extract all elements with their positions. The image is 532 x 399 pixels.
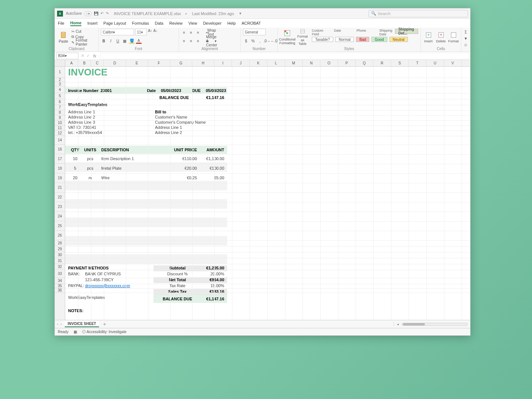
format-painter-button[interactable]: ✎Format Painter xyxy=(71,40,96,45)
sheet-next-icon[interactable]: › xyxy=(60,322,61,326)
row-header-5[interactable]: 5 xyxy=(55,93,65,99)
col-header-R[interactable]: R xyxy=(373,60,391,66)
align-bottom-icon[interactable]: ≡ xyxy=(195,29,201,35)
clear-icon[interactable]: ◇ xyxy=(464,43,467,47)
row-header-4[interactable]: 4 xyxy=(55,86,65,93)
row-header-19[interactable]: 19 xyxy=(55,173,65,183)
row-header-8[interactable]: 8 xyxy=(55,110,65,115)
tab-view[interactable]: View xyxy=(189,21,197,25)
add-sheet-button[interactable]: ＋ xyxy=(102,321,107,328)
col-header-T[interactable]: T xyxy=(409,60,426,66)
comma-icon[interactable]: , xyxy=(257,38,263,44)
tab-review[interactable]: Review xyxy=(169,21,183,25)
spreadsheet-grid[interactable]: 1234567891011121416171819212223242526282… xyxy=(55,67,470,320)
cut-button[interactable]: ✂Cut xyxy=(71,29,96,34)
col-header-J[interactable]: J xyxy=(232,60,250,66)
row-header-25[interactable]: 25 xyxy=(55,221,65,231)
sheet-tab-invoice[interactable]: INVOICE SHEET xyxy=(65,321,99,327)
insert-cells-button[interactable]: + Insert xyxy=(423,29,434,46)
row-header-9[interactable]: 9 xyxy=(55,115,65,120)
currency-icon[interactable]: $ xyxy=(243,38,249,44)
style-taxable[interactable]: Taxable? xyxy=(312,37,333,42)
row-header-3[interactable]: 3 xyxy=(55,82,65,86)
col-header-C[interactable]: C xyxy=(91,60,104,66)
align-left-icon[interactable]: ≡ xyxy=(181,38,187,44)
row-header-31[interactable]: 31 xyxy=(55,258,65,264)
tab-insert[interactable]: Insert xyxy=(87,21,98,25)
col-header-K[interactable]: K xyxy=(250,60,267,66)
redo-icon[interactable]: ↷ xyxy=(106,11,109,15)
bold-button[interactable]: B xyxy=(101,38,107,44)
style-shipping-det[interactable]: Shipping Det... xyxy=(395,29,418,34)
increase-font-icon[interactable]: A↑ xyxy=(148,29,152,35)
col-header-S[interactable]: S xyxy=(391,60,409,66)
style-normal[interactable]: Normal xyxy=(335,37,354,42)
font-color-button[interactable]: A xyxy=(136,38,142,44)
row-header-11[interactable]: 11 xyxy=(55,126,65,131)
border-button[interactable]: ▦ xyxy=(122,38,128,44)
col-header-I[interactable]: I xyxy=(214,60,232,66)
font-name-select[interactable]: Calibri ▾ xyxy=(101,29,134,35)
row-header-1[interactable]: 1 xyxy=(55,67,65,78)
horizontal-scrollbar[interactable] xyxy=(402,323,468,326)
autosum-icon[interactable]: Σ xyxy=(465,30,467,34)
tab-data[interactable]: Data xyxy=(155,21,163,25)
row-header-33[interactable]: 33 xyxy=(55,270,65,278)
accessibility-status[interactable]: ⓘ Accessibility: Investigate xyxy=(82,329,127,335)
conditional-formatting-button[interactable]: Conditional Formatting xyxy=(280,29,295,46)
fx-icon[interactable]: fx xyxy=(93,54,96,58)
row-header-7[interactable]: 7 xyxy=(55,105,65,110)
col-header-U[interactable]: U xyxy=(426,60,444,66)
row-header-36[interactable]: 36 xyxy=(55,288,65,293)
tab-developer[interactable]: Developer xyxy=(203,21,221,25)
row-header-14[interactable]: 14 xyxy=(55,136,65,145)
fill-icon[interactable]: ▼ xyxy=(464,36,468,40)
format-as-table-button[interactable]: Format as Table xyxy=(296,29,309,46)
col-header-B[interactable]: B xyxy=(78,60,91,66)
italic-button[interactable]: I xyxy=(108,38,114,44)
col-header-O[interactable]: O xyxy=(320,60,338,66)
col-header-E[interactable]: E xyxy=(126,60,148,66)
row-header-28[interactable]: 28 xyxy=(55,240,65,246)
row-header-16[interactable]: 16 xyxy=(55,145,65,154)
font-size-select[interactable]: 11 ▾ xyxy=(135,29,147,35)
underline-button[interactable]: U xyxy=(115,38,121,44)
number-format-select[interactable]: General xyxy=(243,29,266,35)
align-center-icon[interactable]: ≡ xyxy=(188,38,194,44)
col-header-A[interactable]: A xyxy=(65,60,78,66)
row-header-6[interactable]: 6 xyxy=(55,99,65,105)
fill-color-button[interactable]: 🪣 xyxy=(129,38,135,44)
decrease-font-icon[interactable]: A↓ xyxy=(154,29,158,35)
row-header-12[interactable]: 12 xyxy=(55,131,65,136)
row-header-17[interactable]: 17 xyxy=(55,154,65,164)
format-cells-button[interactable]: Format xyxy=(448,29,459,46)
col-header-V[interactable]: V xyxy=(444,60,462,66)
row-header-29[interactable]: 29 xyxy=(55,246,65,252)
row-header-2[interactable]: 2 xyxy=(55,78,65,82)
tab-file[interactable]: File xyxy=(58,21,64,25)
formula-input[interactable] xyxy=(100,53,469,59)
col-header-M[interactable]: M xyxy=(285,60,303,66)
sheet-prev-icon[interactable]: ‹ xyxy=(57,322,58,326)
name-box[interactable]: B34 ▾ xyxy=(56,53,78,59)
tab-home[interactable]: Home xyxy=(70,21,82,26)
inc-decimal-icon[interactable]: .0→ xyxy=(264,38,270,44)
autosave-toggle[interactable]: ○● xyxy=(84,11,92,16)
col-header-G[interactable]: G xyxy=(170,60,192,66)
paste-button[interactable]: Paste xyxy=(57,29,70,46)
style-neutral[interactable]: Neutral xyxy=(390,37,408,42)
align-middle-icon[interactable]: ≡ xyxy=(188,29,194,35)
style-bad[interactable]: Bad xyxy=(356,37,369,42)
row-header-35[interactable]: 35 xyxy=(55,284,65,288)
merge-center-button[interactable]: ⬌ Merge & Center ▾ xyxy=(205,38,217,44)
col-header-F[interactable]: F xyxy=(148,60,170,66)
col-header-L[interactable]: L xyxy=(267,60,285,66)
cells-area[interactable]: INVOICE Invoice Number 23001 Date 05/08/… xyxy=(65,67,470,320)
row-header-30[interactable]: 30 xyxy=(55,252,65,258)
align-right-icon[interactable]: ≡ xyxy=(195,38,201,44)
tab-page-layout[interactable]: Page Layout xyxy=(103,21,126,25)
row-header-10[interactable]: 10 xyxy=(55,120,65,126)
tab-acrobat[interactable]: ACROBAT xyxy=(242,21,261,25)
col-header-P[interactable]: P xyxy=(338,60,356,66)
accept-formula-icon[interactable]: ✓ xyxy=(85,53,91,58)
